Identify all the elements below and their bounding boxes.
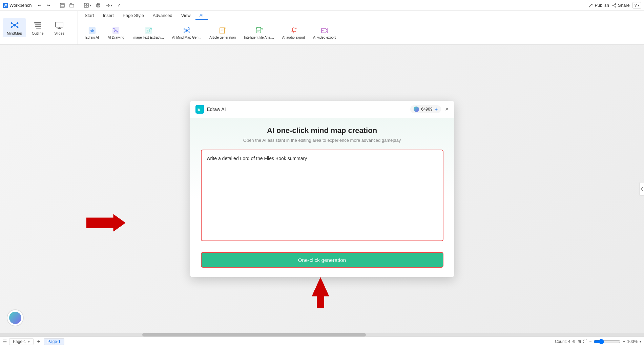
- tab-view[interactable]: View: [177, 12, 195, 20]
- arrow-right-annotation: [86, 213, 127, 233]
- ribbon-audio-export[interactable]: AI AI audio export: [279, 25, 308, 41]
- svg-text:W: W: [4, 4, 7, 7]
- svg-rect-47: [220, 27, 225, 33]
- svg-rect-56: [292, 27, 295, 31]
- file-analysis-icon: AI: [255, 26, 263, 35]
- app-title: Workbench: [9, 3, 32, 8]
- share-button[interactable]: Share: [612, 3, 630, 8]
- svg-rect-24: [36, 28, 41, 29]
- edraw-ai-label: Edraw AI: [85, 36, 99, 39]
- credits-amount: 64909: [421, 107, 432, 112]
- ribbon-ai-content: AI Edraw AI AI AI Drawing AI: [78, 21, 644, 44]
- sep-1: [55, 2, 55, 8]
- svg-line-45: [188, 31, 188, 32]
- file-analysis-label: Intelligent file Anal...: [244, 36, 274, 39]
- checkmark-button[interactable]: ✓: [116, 2, 122, 8]
- slides-tool[interactable]: Slides: [49, 18, 69, 37]
- page-label: Page-1: [13, 339, 26, 344]
- tab-page-style[interactable]: Page Style: [119, 12, 148, 20]
- ribbon-video-export[interactable]: AI AI video export: [310, 25, 338, 41]
- svg-point-41: [189, 31, 190, 33]
- zoom-level: 100%: [627, 339, 638, 344]
- prompt-textarea[interactable]: [201, 150, 443, 241]
- logo-icon: W: [3, 3, 8, 8]
- article-gen-label: Article generation: [209, 36, 236, 39]
- modal-title-text: Edraw AI: [207, 107, 226, 112]
- open-button[interactable]: [68, 2, 76, 8]
- more-actions-button[interactable]: ▾: [104, 2, 114, 8]
- svg-line-42: [185, 29, 186, 30]
- svg-line-19: [16, 23, 17, 24]
- audio-export-label: AI audio export: [282, 36, 305, 39]
- svg-text:AI: AI: [113, 27, 115, 30]
- add-credits-button[interactable]: +: [435, 106, 438, 112]
- fit-view-button[interactable]: ⛶: [583, 339, 587, 344]
- bottom-bar: ☰ Page-1 ▾ + Page-1 Count: 4 ⊕ ⊞ ⛶ − + 1…: [0, 337, 644, 346]
- ai-mindmap-icon: AI: [183, 26, 191, 35]
- top-bar-right: Publish Share ? ▾: [588, 2, 641, 8]
- scroll-thumb[interactable]: [142, 333, 366, 337]
- undo-button[interactable]: ↩: [37, 2, 43, 8]
- ribbon-image-text[interactable]: AI Image Text Extracti...: [130, 25, 167, 41]
- columns-view-button[interactable]: ⊞: [578, 339, 581, 344]
- credits-icon: [414, 107, 419, 112]
- bottom-bar-left: ☰ Page-1 ▾ + Page-1: [3, 338, 64, 345]
- help-label: ?: [635, 3, 637, 8]
- ai-drawing-label: AI Drawing: [108, 36, 124, 39]
- modal-close-button[interactable]: ×: [445, 106, 449, 112]
- outline-label: Outline: [32, 31, 44, 35]
- app-logo: W Workbench: [3, 3, 32, 8]
- export-button[interactable]: ▾: [83, 2, 92, 8]
- ribbon-ai-mindmap[interactable]: AI AI Mind Map Gen...: [169, 25, 204, 41]
- svg-text:AI: AI: [322, 29, 324, 31]
- tab-start[interactable]: Start: [81, 12, 98, 20]
- publish-button[interactable]: Publish: [588, 3, 609, 8]
- svg-text:AI: AI: [261, 28, 263, 30]
- top-bar: W Workbench ↩ ↪ ▾ ▾ ✓ Publish Share ? ▾: [0, 0, 644, 11]
- svg-point-11: [615, 6, 616, 7]
- layers-button[interactable]: ☰: [3, 339, 7, 344]
- save-button[interactable]: [59, 2, 66, 8]
- tab-ai[interactable]: AI: [195, 12, 208, 20]
- generate-button[interactable]: One-click generation: [201, 252, 443, 268]
- ribbon-article-gen[interactable]: AI Article generation: [207, 25, 238, 41]
- svg-point-12: [13, 24, 16, 26]
- redo-button[interactable]: ↪: [45, 2, 51, 8]
- slides-label: Slides: [54, 31, 64, 35]
- page-tab-1[interactable]: Page-1: [44, 338, 64, 345]
- ribbon-edraw-ai[interactable]: AI Edraw AI: [82, 25, 102, 41]
- add-page-button[interactable]: +: [36, 339, 42, 345]
- svg-text:AI: AI: [224, 27, 226, 29]
- image-text-label: Image Text Extracti...: [132, 36, 164, 39]
- svg-point-37: [186, 29, 188, 31]
- page-tab-1-label: Page-1: [47, 339, 61, 344]
- zoom-in-button[interactable]: +: [623, 339, 625, 344]
- modal-main-title: AI one-click mind map creation: [201, 126, 443, 135]
- modal-header: E Edraw AI 64909 + ×: [190, 101, 454, 118]
- ribbon-left: MindMap Outline Slides: [0, 11, 78, 44]
- svg-text:AI: AI: [150, 28, 152, 30]
- scroll-area: [0, 333, 644, 337]
- ribbon-file-analysis[interactable]: AI Intelligent file Anal...: [241, 25, 277, 41]
- help-button[interactable]: ? ▾: [632, 2, 641, 8]
- ai-mindmap-label: AI Mind Map Gen...: [172, 36, 201, 39]
- canvas-area: E Edraw AI 64909 + × AI: [0, 45, 644, 333]
- zoom-slider[interactable]: [594, 339, 621, 344]
- svg-rect-3: [61, 3, 64, 5]
- image-text-icon: AI: [144, 26, 152, 35]
- tab-insert[interactable]: Insert: [99, 12, 118, 20]
- map-view-button[interactable]: ⊕: [572, 339, 576, 344]
- svg-rect-25: [56, 22, 63, 27]
- zoom-out-button[interactable]: −: [589, 339, 591, 344]
- outline-tool[interactable]: Outline: [27, 18, 48, 37]
- tab-advanced[interactable]: Advanced: [149, 12, 176, 20]
- ribbon-ai-drawing[interactable]: AI AI Drawing: [105, 25, 127, 41]
- mindmap-tool[interactable]: MindMap: [3, 18, 26, 37]
- print-button[interactable]: [95, 2, 102, 8]
- svg-line-43: [185, 31, 186, 32]
- ai-drawing-icon: AI: [112, 26, 120, 35]
- page-selector[interactable]: Page-1 ▾: [9, 338, 34, 345]
- svg-line-18: [12, 26, 13, 27]
- sep-2: [79, 2, 79, 8]
- svg-point-38: [184, 28, 185, 30]
